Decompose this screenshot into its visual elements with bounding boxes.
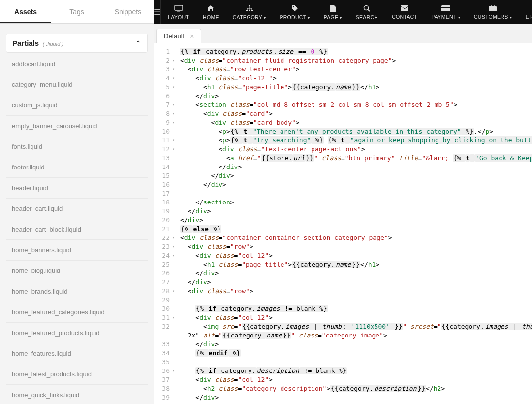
file-item[interactable]: fonts.liquid bbox=[6, 136, 148, 157]
nav-search[interactable]: SEARCH bbox=[349, 0, 385, 24]
nav-home[interactable]: HOME bbox=[196, 0, 226, 24]
file-icon bbox=[330, 5, 336, 13]
nav-layout[interactable]: LAYOUT bbox=[161, 0, 196, 24]
file-item[interactable]: header_cart_block.liquid bbox=[6, 219, 148, 240]
editor-tab-label: Default bbox=[164, 33, 184, 40]
nav-category[interactable]: CATEGORY▾ bbox=[226, 0, 273, 24]
briefcase-icon bbox=[489, 5, 497, 13]
nav-label: PAGE▾ bbox=[324, 14, 342, 20]
hamburger-icon[interactable]: ☰ bbox=[154, 0, 161, 24]
file-item[interactable]: home_brands.liquid bbox=[6, 281, 148, 302]
nav-label: CATEGORY▾ bbox=[233, 14, 266, 20]
file-item[interactable]: header.liquid bbox=[6, 178, 148, 199]
tab-tags[interactable]: Tags bbox=[51, 0, 102, 23]
svg-point-6 bbox=[293, 6, 294, 7]
nav-label: PRODUCT▾ bbox=[280, 14, 310, 20]
credit-card-icon bbox=[441, 5, 450, 13]
nav-label: CUSTOMERS▾ bbox=[474, 14, 512, 20]
file-item[interactable]: category_menu.liquid bbox=[6, 74, 148, 95]
nav-error-page[interactable]: ERROR PAGE bbox=[519, 0, 532, 24]
sidebar[interactable]: Partials ( .liquid ) ⌃ addtocart.liquidc… bbox=[0, 24, 154, 404]
nav-label: CONTACT bbox=[392, 14, 417, 20]
svg-rect-12 bbox=[489, 6, 497, 11]
nav-label: LAYOUT bbox=[168, 14, 189, 20]
svg-rect-13 bbox=[491, 5, 494, 6]
gutter: 1234567891011121314151617181920212223242… bbox=[154, 43, 173, 404]
file-item[interactable]: home_featured_categories.liquid bbox=[6, 302, 148, 323]
nav-page[interactable]: PAGE▾ bbox=[317, 0, 349, 24]
svg-rect-1 bbox=[177, 11, 180, 12]
nav-label: HOME bbox=[203, 14, 219, 20]
tab-assets[interactable]: Assets bbox=[0, 0, 51, 23]
file-item[interactable]: home_latest_products.liquid bbox=[6, 364, 148, 385]
svg-line-8 bbox=[368, 9, 370, 11]
caret-down-icon: ▾ bbox=[308, 16, 310, 20]
search-icon bbox=[363, 5, 370, 13]
nav-product[interactable]: PRODUCT▾ bbox=[273, 0, 316, 24]
envelope-icon bbox=[401, 5, 408, 13]
tag-icon bbox=[291, 5, 298, 13]
svg-rect-11 bbox=[441, 7, 450, 8]
svg-rect-2 bbox=[249, 5, 250, 6]
home-icon bbox=[207, 5, 215, 13]
nav-payment[interactable]: PAYMENT▾ bbox=[424, 0, 467, 24]
file-item[interactable]: home_quick_links.liquid bbox=[6, 385, 148, 404]
section-subtitle: ( .liquid ) bbox=[43, 41, 63, 47]
topnav: ☰ LAYOUTHOMECATEGORY▾PRODUCT▾PAGE▾SEARCH… bbox=[154, 0, 532, 24]
nav-label: PAYMENT▾ bbox=[431, 14, 460, 20]
nav-customers[interactable]: CUSTOMERS▾ bbox=[467, 0, 519, 24]
section-title: Partials bbox=[12, 39, 39, 47]
file-item[interactable]: custom_js.liquid bbox=[6, 95, 148, 116]
caret-down-icon: ▾ bbox=[510, 15, 512, 20]
desktop-icon bbox=[174, 5, 183, 13]
caret-down-icon: ▾ bbox=[264, 16, 266, 20]
nav-contact[interactable]: CONTACT bbox=[385, 0, 424, 24]
section-partials[interactable]: Partials ( .liquid ) ⌃ bbox=[6, 34, 148, 53]
file-item[interactable]: home_blog.liquid bbox=[6, 261, 148, 281]
editor-tab-default[interactable]: Default × bbox=[156, 29, 201, 43]
caret-down-icon: ▾ bbox=[340, 16, 342, 20]
file-item[interactable]: empty_banner_carousel.liquid bbox=[6, 116, 148, 136]
svg-rect-4 bbox=[249, 10, 250, 11]
nav-label: SEARCH bbox=[356, 14, 378, 20]
file-item[interactable]: home_features.liquid bbox=[6, 343, 148, 364]
sitemap-icon bbox=[246, 5, 253, 13]
caret-down-icon: ▾ bbox=[458, 15, 460, 20]
sidebar-tabs: Assets Tags Snippets bbox=[0, 0, 154, 24]
file-item[interactable]: addtocart.liquid bbox=[6, 54, 148, 74]
svg-rect-9 bbox=[401, 5, 408, 11]
tab-snippets[interactable]: Snippets bbox=[102, 0, 154, 23]
code-area[interactable]: {% if category.products.size == 0 %}<div… bbox=[173, 43, 532, 404]
file-item[interactable]: home_banners.liquid bbox=[6, 240, 148, 261]
editor-tabs: Default × bbox=[154, 24, 532, 43]
svg-rect-10 bbox=[441, 5, 450, 11]
chevron-up-icon: ⌃ bbox=[135, 39, 141, 47]
svg-rect-5 bbox=[251, 10, 253, 11]
file-list: addtocart.liquidcategory_menu.liquidcust… bbox=[6, 54, 148, 404]
svg-rect-3 bbox=[246, 10, 248, 11]
file-item[interactable]: header_cart.liquid bbox=[6, 199, 148, 219]
code-editor[interactable]: 1234567891011121314151617181920212223242… bbox=[154, 43, 532, 404]
svg-rect-0 bbox=[175, 5, 183, 10]
svg-point-7 bbox=[364, 5, 369, 10]
nav-label: ERROR PAGE bbox=[526, 14, 532, 20]
file-item[interactable]: footer.liquid bbox=[6, 157, 148, 178]
file-item[interactable]: home_featured_products.liquid bbox=[6, 323, 148, 343]
close-icon[interactable]: × bbox=[190, 33, 194, 40]
